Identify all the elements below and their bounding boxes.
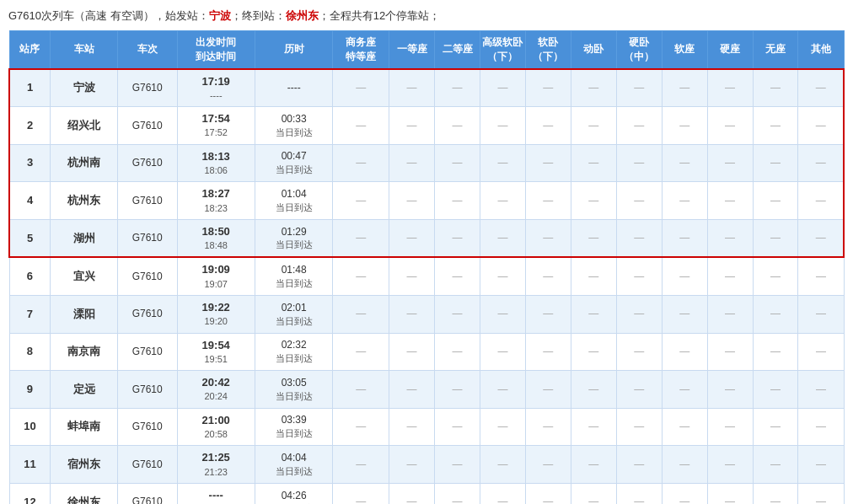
table-row: 2绍兴北G761017:5417:5200:33当日到达——————————— xyxy=(9,107,844,145)
header-other: 其他 xyxy=(798,31,844,69)
table-row: 7溧阳G761019:2219:2002:01当日到达——————————— xyxy=(9,296,844,334)
header-train: 车次 xyxy=(117,31,177,69)
table-row: 5湖州G761018:5018:4801:29当日到达——————————— xyxy=(9,219,844,257)
header-no-seat: 无座 xyxy=(753,31,798,69)
train-schedule-table: 站序 车站 车次 出发时间到达时间 历时 商务座特等座 一等座 二等座 高级软卧… xyxy=(8,30,845,504)
title-prefix: G7610次列车（高速 有空调），始发站： xyxy=(8,9,209,22)
header-first-class: 一等座 xyxy=(389,31,435,69)
table-row: 3杭州南G761018:1318:0600:47当日到达——————————— xyxy=(9,144,844,182)
header-dynamic: 动卧 xyxy=(571,31,616,69)
header-duration: 历时 xyxy=(255,31,332,69)
page-title: G7610次列车（高速 有空调），始发站：宁波；终到站：徐州东；全程共有12个停… xyxy=(8,8,845,24)
title-start: 宁波 xyxy=(209,9,231,22)
header-soft-lower: 软卧（下） xyxy=(525,31,571,69)
header-biz-special: 商务座特等座 xyxy=(333,31,389,69)
header-station: 车站 xyxy=(51,31,118,69)
title-middle: ；终到站： xyxy=(231,9,286,22)
table-row: 1宁波G761017:19--------——————————— xyxy=(9,69,844,107)
header-second-class: 二等座 xyxy=(435,31,480,69)
table-body: 1宁波G761017:19--------———————————2绍兴北G761… xyxy=(9,69,844,504)
table-header: 站序 车站 车次 出发时间到达时间 历时 商务座特等座 一等座 二等座 高级软卧… xyxy=(9,31,844,69)
header-high-soft-lower: 高级软卧（下） xyxy=(480,31,525,69)
header-hard-seat: 硬座 xyxy=(707,31,753,69)
table-row: 11宿州东G761021:2521:2304:04当日到达——————————— xyxy=(9,446,844,484)
table-row: 8南京南G761019:5419:5102:32当日到达——————————— xyxy=(9,333,844,371)
table-row: 10蚌埠南G761021:0020:5803:39当日到达——————————— xyxy=(9,408,844,446)
header-soft-seat: 软座 xyxy=(662,31,707,69)
table-row: 6宜兴G761019:0919:0701:48当日到达——————————— xyxy=(9,257,844,295)
table-row: 4杭州东G761018:2718:2301:04当日到达——————————— xyxy=(9,182,844,220)
header-depart: 出发时间到达时间 xyxy=(177,31,255,69)
table-row: 12徐州东G7610----21:4504:26当日到达——————————— xyxy=(9,483,844,504)
table-row: 9定远G761020:4220:2403:05当日到达——————————— xyxy=(9,371,844,409)
title-end: 徐州东 xyxy=(286,9,319,22)
title-suffix: ；全程共有12个停靠站； xyxy=(319,9,440,22)
header-hard-mid: 硬卧（中） xyxy=(616,31,662,69)
header-seq: 站序 xyxy=(9,31,51,69)
